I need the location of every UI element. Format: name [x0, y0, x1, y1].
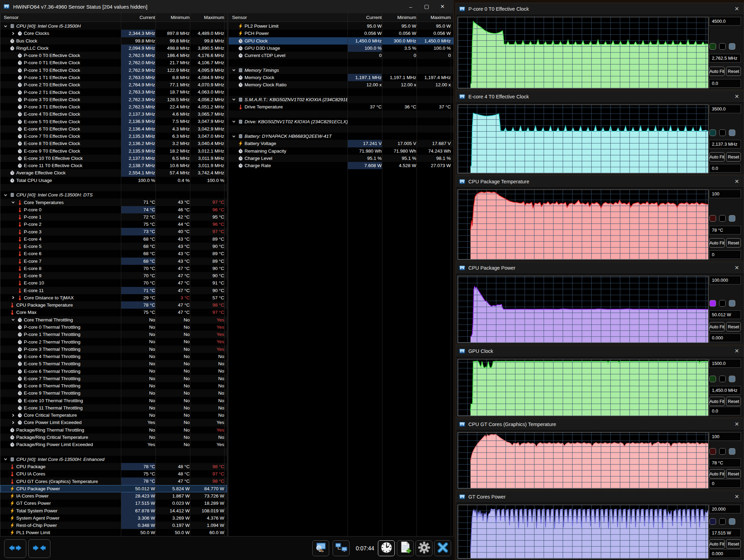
- graph-min-value[interactable]: 0.0: [709, 164, 741, 173]
- graph-min-value[interactable]: 0.000: [709, 334, 741, 342]
- graph-title-bar[interactable]: CPU Package Power✕: [456, 262, 744, 274]
- polling-clock-button[interactable]: [378, 540, 395, 556]
- sensor-row[interactable]: P-core 2 T0 Effective Clock2,764.9 MHz77…: [0, 81, 227, 88]
- chevron-down-icon[interactable]: [231, 68, 236, 72]
- chevron-down-icon[interactable]: [3, 193, 8, 197]
- sensor-row[interactable]: P-core 1 T1 Effective Clock2,763.0 MHz8.…: [0, 74, 227, 81]
- sensor-row[interactable]: P-core 0 T1 Effective Clock2,762.0 MHz21…: [0, 59, 227, 66]
- sensor-row[interactable]: Package/Ring Critical TemperatureNoNoNo: [0, 434, 227, 441]
- sensor-row[interactable]: Core Clocks2,344.3 MHz897.8 MHz4,489.0 M…: [0, 30, 227, 37]
- graph-title-bar[interactable]: GPU Clock✕: [456, 345, 744, 357]
- sensor-row[interactable]: E-core 10 T0 Effective Clock2,137.0 MHz6…: [0, 155, 227, 162]
- reset-button[interactable]: Reset: [726, 539, 741, 549]
- column-header[interactable]: Sensor Current Minimum Maximum: [229, 13, 454, 22]
- sensor-section-row[interactable]: CPU [#0]: Intel Core i5-13500H: [0, 22, 227, 30]
- line-color-swatch[interactable]: [709, 518, 716, 525]
- column-divider[interactable]: [382, 13, 382, 536]
- graph-min-value[interactable]: 0.000: [709, 549, 741, 558]
- sensor-row[interactable]: E-core 1171 °C47 °C90 °C: [0, 287, 227, 294]
- close-sensors-button[interactable]: [434, 540, 451, 556]
- sensor-row[interactable]: Drive Temperature37 °C36 °C37 °C: [229, 103, 454, 110]
- sensor-row[interactable]: Total System Power67.878 W14.412 W108.01…: [0, 507, 227, 514]
- chevron-down-icon[interactable]: [231, 119, 236, 124]
- sensor-row[interactable]: P-core 074 °C46 °C96 °C: [0, 206, 227, 213]
- graph-max-value[interactable]: 3500.0: [709, 105, 741, 113]
- reset-button[interactable]: Reset: [726, 152, 741, 162]
- sensor-section-row[interactable]: Drive: KBG50ZNV1T02 KIOXIA (234C8291ECLX…: [229, 118, 454, 125]
- auto-fit-button[interactable]: Auto Fit: [709, 238, 725, 248]
- sensor-row[interactable]: Core Critical TemperatureNoNoNo: [0, 412, 227, 419]
- sensor-row[interactable]: CPU Package Power50.012 W5.824 W84.770 W: [0, 485, 227, 492]
- close-icon[interactable]: ✕: [735, 348, 739, 354]
- collapse-columns-button[interactable]: [28, 539, 50, 558]
- line-color-swatch[interactable]: [709, 43, 716, 50]
- graph-min-value[interactable]: 0: [709, 479, 741, 488]
- graph-current-value[interactable]: 78 °C: [709, 458, 741, 467]
- graph-max-value[interactable]: 20.000: [709, 505, 741, 513]
- sensor-row[interactable]: P-core 3 Thermal ThrottlingNoNoYes: [0, 346, 227, 353]
- background-color-swatch[interactable]: [719, 300, 726, 307]
- sensor-row[interactable]: Package/Ring Power Limit ExceededYesNoYe…: [0, 441, 227, 448]
- sensor-row[interactable]: E-core 768 °C43 °C89 °C: [0, 258, 227, 265]
- sensor-row[interactable]: Charge Rate7.608 W4.528 W27.073 W: [229, 162, 454, 169]
- maximize-button[interactable]: ▢: [419, 0, 435, 13]
- sensor-row[interactable]: CPU Package78 °C48 °C98 °C: [0, 463, 227, 470]
- sensor-section-row[interactable]: S.M.A.R.T.: KBG50ZNV1T02 KIOXIA (234C829…: [229, 96, 454, 103]
- line-color-swatch[interactable]: [709, 215, 716, 222]
- sensor-row[interactable]: P-core 373 °C40 °C97 °C: [0, 228, 227, 235]
- graph-current-value[interactable]: 17.515 W: [709, 529, 741, 537]
- minimize-button[interactable]: –: [403, 0, 419, 13]
- auto-fit-button[interactable]: Auto Fit: [709, 469, 725, 479]
- reset-button[interactable]: Reset: [726, 322, 741, 331]
- sensor-row[interactable]: CPU Package Temperature78 °C47 °C98 °C: [0, 301, 227, 309]
- graph-title-bar[interactable]: CPU Package Temperature✕: [456, 176, 744, 188]
- column-divider[interactable]: [417, 13, 417, 536]
- sensor-row[interactable]: P-core 275 °C44 °C96 °C: [0, 221, 227, 228]
- close-icon[interactable]: ✕: [735, 6, 739, 12]
- graph-current-value[interactable]: 78 °C: [709, 226, 741, 234]
- sensor-row[interactable]: Memory Clock Ratio12.00 x12.00 x12.00 x: [229, 81, 454, 88]
- sensor-row[interactable]: Battery Voltage17.241 V17.005 V17.687 V: [229, 140, 454, 147]
- sensor-row[interactable]: IA Cores Power28.423 W1.867 W73.726 W: [0, 492, 227, 500]
- reset-button[interactable]: Reset: [726, 469, 741, 479]
- graph-title-bar[interactable]: E-core 4 T0 Effective Clock✕: [456, 91, 744, 103]
- sensor-row[interactable]: E-core 6 T0 Effective Clock2,136.4 MHz4.…: [0, 125, 227, 133]
- sensor-section-row[interactable]: Memory Timings: [229, 67, 454, 74]
- sensor-row[interactable]: E-core 468 °C43 °C89 °C: [0, 235, 227, 243]
- chevron-right-icon[interactable]: [11, 31, 16, 36]
- sensor-row[interactable]: Remaining Capacity71.980 Wh71.980 Wh74.2…: [229, 147, 454, 155]
- sensor-row[interactable]: Core Power Limit ExceededYesNoYes: [0, 419, 227, 426]
- sensor-row[interactable]: Core Distance to TjMAX29 °C3 °C57 °C: [0, 294, 227, 301]
- sensor-row[interactable]: Package/Ring Thermal ThrottlingNoNoYes: [0, 426, 227, 434]
- column-divider[interactable]: [190, 13, 190, 536]
- system-summary-button[interactable]: [312, 540, 329, 556]
- sensor-row[interactable]: E-core 11 T0 Effective Clock2,138.7 MHz1…: [0, 162, 227, 169]
- auto-fit-button[interactable]: Auto Fit: [709, 539, 725, 549]
- sensor-row[interactable]: PCH Power0.056 W0.056 W0.056 W: [229, 30, 454, 37]
- sensor-row[interactable]: E-core 870 °C47 °C90 °C: [0, 265, 227, 272]
- column-current[interactable]: Current: [121, 15, 155, 20]
- background-color-swatch[interactable]: [719, 215, 726, 222]
- sensor-row[interactable]: E-core 9 Thermal ThrottlingNoNoNo: [0, 389, 227, 397]
- reset-button[interactable]: Reset: [726, 67, 741, 76]
- graph-title-bar[interactable]: P-core 0 T0 Effective Clock✕: [456, 3, 744, 15]
- graph-min-value[interactable]: 0.0: [709, 79, 741, 88]
- sensor-row[interactable]: PL2 Power Limit95.0 W95.0 W95.0 W: [229, 22, 454, 30]
- chevron-down-icon[interactable]: [231, 97, 236, 102]
- grid-color-swatch[interactable]: [729, 43, 735, 50]
- column-maximum[interactable]: Maximum: [416, 15, 451, 20]
- auto-fit-button[interactable]: Auto Fit: [709, 397, 725, 406]
- close-icon[interactable]: ✕: [735, 94, 739, 99]
- sensor-row[interactable]: GPU Clock1,450.0 MHz300.0 MHz1,450.0 MHz: [229, 37, 454, 45]
- column-minimum[interactable]: Minimum: [155, 15, 190, 20]
- sensor-row[interactable]: P-core 1 Thermal ThrottlingNoNoYes: [0, 331, 227, 338]
- grid-color-swatch[interactable]: [729, 215, 735, 222]
- sensor-row[interactable]: P-core 1 T0 Effective Clock2,762.9 MHz12…: [0, 67, 227, 74]
- sensor-section-row[interactable]: Battery: DYNAPACK HB6683Q2EEW-41T: [229, 133, 454, 140]
- sensor-row[interactable]: E-core 7 Thermal ThrottlingNoNoNo: [0, 375, 227, 382]
- sensor-row[interactable]: E-core 970 °C47 °C90 °C: [0, 272, 227, 279]
- sensor-row[interactable]: E-core 568 °C43 °C90 °C: [0, 243, 227, 250]
- sensor-row[interactable]: E-core 4 Thermal ThrottlingNoNoNo: [0, 353, 227, 360]
- background-color-swatch[interactable]: [719, 518, 726, 525]
- grid-color-swatch[interactable]: [729, 300, 735, 307]
